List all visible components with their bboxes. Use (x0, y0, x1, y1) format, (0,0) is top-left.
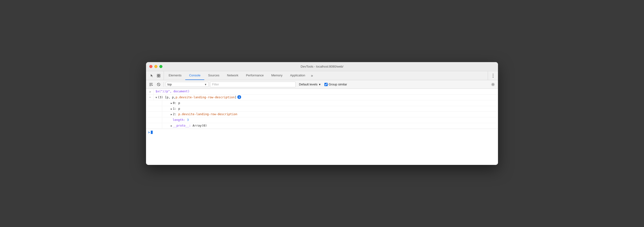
result-content: (3) [p, p, p.devsite-landing-row-descrip… (154, 95, 498, 100)
levels-arrow-icon: ▼ (318, 83, 321, 86)
tree-expand-root[interactable] (156, 95, 157, 100)
group-similar-label[interactable]: Group similar (324, 83, 347, 86)
filter-input[interactable] (210, 82, 296, 87)
item2-val: p.devsite-landing-row-description (178, 112, 237, 117)
title-bar: DevTools - localhost:8080/web/ (146, 62, 498, 71)
minimize-button[interactable] (154, 65, 158, 68)
clear-console-button[interactable] (148, 81, 154, 88)
item1-key: 1: (173, 107, 176, 111)
cursor (151, 131, 153, 134)
length-val: 3 (187, 118, 189, 122)
line-gutter-5 (154, 112, 162, 117)
tab-memory[interactable]: Memory (268, 71, 286, 80)
item1-val: p (178, 107, 180, 111)
tab-application[interactable]: Application (286, 71, 309, 80)
item1-content: 1: p (162, 106, 498, 112)
result-item-2: 2: p.devsite-landing-row-description (146, 112, 498, 117)
line-gutter-7 (154, 123, 162, 128)
result-count: (3) [ (158, 95, 167, 100)
tab-performance[interactable]: Performance (242, 71, 267, 80)
svg-rect-5 (149, 84, 152, 85)
item0-key: 0: (173, 101, 176, 105)
tab-network[interactable]: Network (223, 71, 242, 80)
more-tabs-button[interactable]: » (309, 71, 315, 80)
toolbar-divider-1 (164, 82, 164, 87)
console-command-line: > $x("//p", document) (146, 89, 498, 95)
result-proto-line: __proto__: Array(0) (146, 123, 498, 129)
proto-content: __proto__: Array(0) (162, 123, 498, 128)
block-icon (157, 83, 160, 86)
back-arrow-icon: ← (149, 95, 151, 99)
tab-sources[interactable]: Sources (204, 71, 223, 80)
proto-val: Array(0) (193, 123, 207, 128)
close-button[interactable] (149, 65, 152, 68)
console-result-line: ← (3) [p, p, p.devsite-landing-row-descr… (146, 95, 498, 100)
clear-icon (149, 83, 153, 86)
tab-bar: Elements Console Sources Network Perform… (146, 71, 498, 80)
cursor-icon-button[interactable] (149, 73, 155, 79)
tab-console[interactable]: Console (185, 71, 204, 80)
svg-rect-0 (157, 74, 158, 75)
result-item-1: 1: p (146, 106, 498, 112)
group-similar-checkbox[interactable] (324, 83, 328, 86)
prompt-gt-icon: > (148, 130, 150, 135)
svg-rect-2 (157, 76, 158, 77)
console-prompt: > (146, 129, 498, 136)
toolbar-icons (147, 71, 164, 80)
block-icon-button[interactable] (156, 81, 162, 88)
console-content: > $x("//p", document) ← (3) [p, p, p.dev… (146, 89, 498, 165)
length-content: length: 3 (162, 117, 498, 123)
tab-bar-end: ⋮ (488, 71, 498, 80)
gear-icon (491, 83, 495, 86)
length-key: length: (173, 118, 185, 122)
result-classname: p.devsite-landing-row-description (176, 95, 234, 100)
tree-expand-item1[interactable] (171, 107, 172, 111)
more-options-button[interactable]: ⋮ (490, 73, 496, 79)
svg-rect-6 (149, 85, 151, 86)
svg-rect-3 (159, 76, 160, 77)
devtools-window: DevTools - localhost:8080/web/ Elements (146, 62, 498, 165)
tree-expand-item0[interactable] (171, 101, 172, 105)
result-item-0: 0: p (146, 100, 498, 106)
command-text: $x("//p", document) (156, 89, 190, 94)
default-levels-button[interactable]: Default levels ▼ (297, 82, 323, 87)
line-gutter-2: ← (146, 95, 154, 100)
command-content: $x("//p", document) (154, 89, 498, 94)
inspect-icon (157, 74, 160, 78)
line-gutter-4 (154, 106, 162, 112)
line-gutter-6 (154, 117, 162, 123)
item0-val: p (178, 101, 180, 105)
context-select-arrow: ▼ (204, 83, 207, 86)
tab-bar-spacer (315, 71, 488, 80)
prompt-arrow-1: > (149, 89, 151, 94)
tree-expand-item2[interactable] (171, 112, 172, 117)
inspect-icon-button[interactable] (156, 73, 162, 79)
maximize-button[interactable] (159, 65, 162, 68)
tab-elements[interactable]: Elements (165, 71, 185, 80)
console-toolbar: top ▼ Default levels ▼ Group similar (146, 80, 498, 89)
info-badge[interactable]: i (237, 95, 241, 99)
item0-content: 0: p (162, 100, 498, 106)
item2-key: 2: (173, 112, 176, 117)
context-select[interactable]: top ▼ (166, 82, 208, 87)
result-length-line: length: 3 (146, 117, 498, 123)
line-gutter-1: > (146, 89, 154, 94)
svg-rect-4 (149, 83, 153, 84)
proto-key: __proto__: (173, 123, 191, 128)
tree-expand-proto[interactable] (171, 123, 172, 128)
item2-content: 2: p.devsite-landing-row-description (162, 112, 498, 117)
cursor-icon (150, 74, 154, 78)
traffic-lights (149, 65, 162, 68)
svg-rect-1 (159, 74, 160, 75)
window-title: DevTools - localhost:8080/web/ (300, 65, 344, 68)
settings-button[interactable] (490, 81, 496, 88)
svg-line-10 (158, 83, 160, 85)
line-gutter-3 (154, 100, 162, 106)
